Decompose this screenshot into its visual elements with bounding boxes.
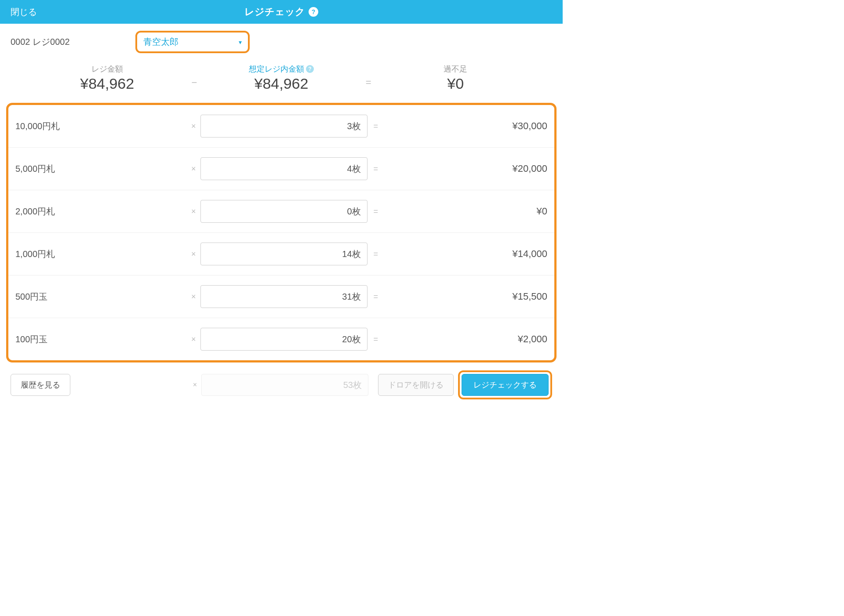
summary-cash: レジ金額 ¥84,962 (26, 64, 188, 92)
summary-diff-label: 過不足 (444, 64, 467, 74)
equals-symbol: = (367, 207, 385, 216)
app-header: 閉じる レジチェック ? (0, 0, 563, 24)
denom-total: ¥15,500 (384, 291, 547, 302)
denom-total: ¥14,000 (384, 248, 547, 260)
denom-total: ¥20,000 (384, 163, 547, 174)
denom-label: 2,000円札 (15, 206, 187, 217)
summary-diff-value: ¥0 (375, 75, 536, 92)
summary-expected-value: ¥84,962 (200, 75, 362, 92)
extra-count-input[interactable]: 53枚 (201, 374, 368, 396)
denom-count-input[interactable]: 31枚 (200, 285, 367, 308)
staff-select[interactable]: 青空太郎 ▾ (135, 31, 250, 53)
footer: 履歴を見る × 53枚 ドロアを開ける レジチェックする (0, 362, 563, 408)
equals-symbol: = (367, 335, 385, 344)
denom-row: 500円玉 × 31枚 = ¥15,500 (8, 275, 554, 318)
equals-symbol: = (367, 164, 385, 174)
page-title: レジチェック ? (244, 5, 318, 18)
multiply-symbol: × (189, 381, 201, 389)
equals-symbol: = (367, 122, 385, 131)
denom-label: 5,000円札 (15, 163, 187, 175)
summary-row: レジ金額 ¥84,962 − 想定レジ内金額 ? ¥84,962 = 過不足 ¥… (0, 62, 563, 103)
minus-symbol: − (188, 77, 200, 88)
footer-mid: × 53枚 (75, 374, 374, 396)
register-label: 0002 レジ0002 (11, 36, 125, 48)
subheader: 0002 レジ0002 青空太郎 ▾ (0, 24, 563, 62)
multiply-symbol: × (187, 164, 200, 174)
equals-symbol: = (362, 77, 375, 88)
denom-label: 10,000円札 (15, 120, 187, 132)
denom-row: 10,000円札 × 3枚 = ¥30,000 (8, 105, 554, 147)
denom-row: 5,000円札 × 4枚 = ¥20,000 (8, 147, 554, 190)
denom-count-input[interactable]: 3枚 (200, 115, 367, 138)
multiply-symbol: × (187, 122, 200, 131)
denom-total: ¥2,000 (384, 333, 547, 345)
denom-count-input[interactable]: 4枚 (200, 157, 367, 180)
equals-symbol: = (367, 250, 385, 259)
multiply-symbol: × (187, 207, 200, 216)
summary-expected-label-text: 想定レジ内金額 (249, 64, 304, 74)
denom-label: 1,000円札 (15, 248, 187, 260)
denom-row: 2,000円札 × 0枚 = ¥0 (8, 190, 554, 232)
summary-diff: 過不足 ¥0 (375, 64, 536, 92)
summary-expected: 想定レジ内金額 ? ¥84,962 (200, 64, 362, 92)
denom-total: ¥30,000 (384, 120, 547, 132)
multiply-symbol: × (187, 335, 200, 344)
denomination-box: 10,000円札 × 3枚 = ¥30,000 5,000円札 × 4枚 = ¥… (6, 103, 557, 362)
page-title-text: レジチェック (244, 5, 305, 18)
history-button[interactable]: 履歴を見る (11, 374, 70, 396)
close-button[interactable]: 閉じる (11, 6, 37, 18)
multiply-symbol: × (187, 250, 200, 259)
help-icon[interactable]: ? (306, 65, 314, 73)
denom-label: 100円玉 (15, 333, 187, 345)
denom-count-input[interactable]: 20枚 (200, 328, 367, 351)
register-check-button[interactable]: レジチェックする (462, 374, 549, 396)
open-drawer-button[interactable]: ドロアを開ける (378, 374, 454, 396)
denom-row: 100円玉 × 20枚 = ¥2,000 (8, 318, 554, 360)
help-icon[interactable]: ? (309, 7, 318, 17)
denom-total: ¥0 (384, 206, 547, 217)
summary-cash-label: レジ金額 (91, 64, 123, 74)
multiply-symbol: × (187, 292, 200, 301)
chevron-down-icon: ▾ (239, 39, 242, 46)
staff-select-value: 青空太郎 (143, 36, 178, 48)
denom-count-input[interactable]: 14枚 (200, 243, 367, 265)
summary-cash-value: ¥84,962 (26, 75, 188, 92)
denom-count-input[interactable]: 0枚 (200, 200, 367, 223)
submit-highlight: レジチェックする (458, 370, 552, 399)
summary-expected-label[interactable]: 想定レジ内金額 ? (249, 64, 314, 74)
denom-row: 1,000円札 × 14枚 = ¥14,000 (8, 232, 554, 275)
denom-label: 500円玉 (15, 291, 187, 303)
equals-symbol: = (367, 292, 385, 301)
